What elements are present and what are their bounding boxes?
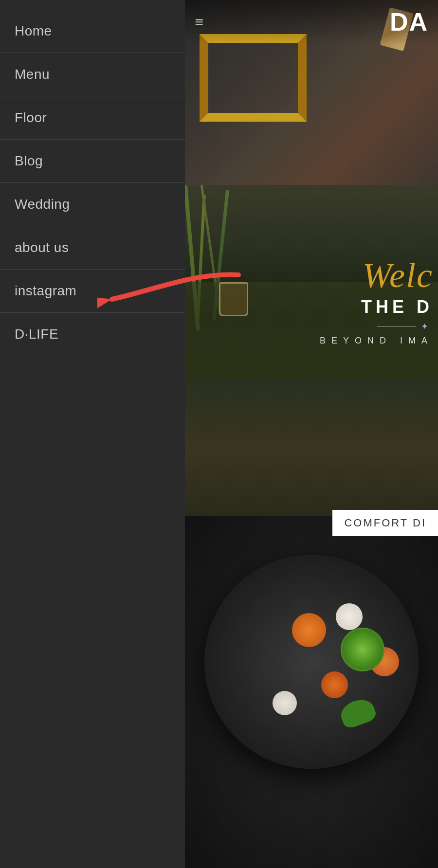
sidebar-link-dlife[interactable]: D·LIFE	[0, 313, 185, 356]
top-bar: ≡ DA	[185, 0, 438, 44]
main-content: ≡ DA Welc THE D ✦ BEYOND IMA COMFORT DI	[185, 0, 438, 868]
veg-orange-2	[321, 671, 348, 698]
brand-logo: DA	[390, 7, 428, 36]
food-image-area	[185, 516, 438, 868]
sidebar-nav: Home Menu Floor Blog Wedding about us	[0, 0, 185, 356]
sidebar-item-floor[interactable]: Floor	[0, 96, 185, 140]
veg-green-artichoke	[341, 628, 384, 671]
sidebar-item-about-us[interactable]: about us	[0, 226, 185, 270]
sidebar-item-wedding[interactable]: Wedding	[0, 183, 185, 226]
veg-orange-1	[292, 613, 326, 647]
veg-white-2	[273, 691, 297, 715]
sidebar-link-blog[interactable]: Blog	[0, 140, 185, 182]
welcome-overlay: Welc THE D ✦ BEYOND IMA	[185, 258, 438, 346]
sidebar-link-menu[interactable]: Menu	[0, 53, 185, 96]
veg-white-1	[336, 603, 363, 630]
sidebar-link-floor[interactable]: Floor	[0, 96, 185, 139]
sidebar-item-home[interactable]: Home	[0, 10, 185, 53]
sidebar-item-instagram[interactable]: instagram	[0, 270, 185, 313]
hamburger-menu-icon[interactable]: ≡	[195, 13, 203, 31]
comfort-di-button[interactable]: COMFORT DI	[332, 510, 438, 536]
sidebar-link-about-us[interactable]: about us	[0, 226, 185, 269]
sidebar-item-dlife[interactable]: D·LIFE	[0, 313, 185, 356]
sidebar-link-home[interactable]: Home	[0, 10, 185, 53]
welcome-script-text: Welc	[185, 258, 433, 293]
the-d-label: THE D	[185, 297, 433, 317]
star-icon: ✦	[421, 321, 428, 332]
gold-frame-decoration	[200, 34, 307, 122]
beyond-imagination-text: BEYOND IMA	[185, 336, 433, 346]
sidebar-item-blog[interactable]: Blog	[0, 140, 185, 183]
page-layout: Home Menu Floor Blog Wedding about us	[0, 0, 438, 868]
divider-line: ✦	[185, 321, 428, 332]
sidebar: Home Menu Floor Blog Wedding about us	[0, 0, 185, 868]
sidebar-item-menu[interactable]: Menu	[0, 53, 185, 96]
sidebar-link-wedding[interactable]: Wedding	[0, 183, 185, 226]
sidebar-link-instagram[interactable]: instagram	[0, 270, 185, 312]
herbs-image-area	[185, 185, 438, 516]
